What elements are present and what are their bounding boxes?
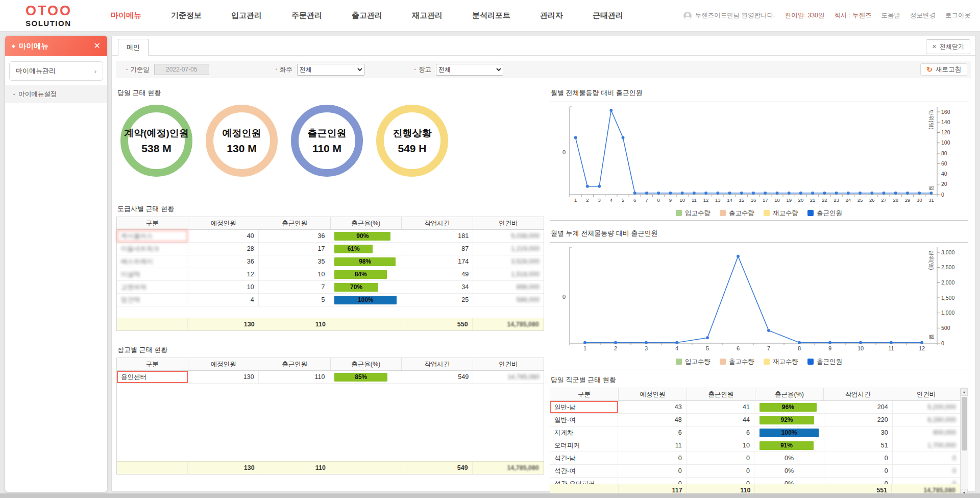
legend-item-3[interactable]: 출근인원 <box>807 209 842 218</box>
svg-text:12: 12 <box>919 345 925 351</box>
table-row[interactable]: 베스트레이363598%1743,528,000 <box>117 255 544 268</box>
svg-text:3: 3 <box>645 345 648 351</box>
vertical-scrollbar[interactable]: ▲▼ <box>960 388 968 496</box>
svg-text:4: 4 <box>610 197 612 203</box>
svg-text:9: 9 <box>669 197 672 203</box>
scroll-up-arrow[interactable]: ▲ <box>961 388 968 396</box>
cost-cell: 1,518,000 <box>473 268 544 280</box>
cost-cell: 5,200,000 <box>893 401 960 413</box>
svg-text:20: 20 <box>941 181 947 187</box>
legend-item-1[interactable]: 출고수량 <box>720 209 754 218</box>
table-row[interactable]: 일반-남434196%2045,200,000 <box>550 401 960 414</box>
attendance-rate-bar: 96% <box>760 403 817 412</box>
cost-cell: 0 <box>893 465 960 477</box>
refresh-icon: ↻ <box>926 66 933 73</box>
help-link[interactable]: 도움말 <box>881 11 901 20</box>
row-name-cell: 석간-오더피커 <box>550 478 618 484</box>
cost-cell: 5,038,000 <box>473 230 544 242</box>
svg-text:20: 20 <box>798 197 804 203</box>
sidebar-close-icon[interactable]: ✕ <box>94 42 101 50</box>
table-footer-row: 13011054914,785,080 <box>117 461 544 474</box>
shipper-select[interactable]: 전체 <box>297 64 364 76</box>
nav-item-0[interactable]: 마이메뉴 <box>111 11 141 20</box>
svg-text:0: 0 <box>562 149 566 155</box>
table-header-row: 구분예정인원출근인원출근율(%)작업시간인건비 <box>117 358 544 371</box>
app-logo[interactable]: OTOO SOLUTION <box>26 4 72 27</box>
svg-text:1: 1 <box>583 345 586 351</box>
kpi-circle-0: 계약(예정)인원538 M <box>120 105 192 177</box>
svg-text:160: 160 <box>941 109 950 115</box>
change-info-link[interactable]: 정보변경 <box>910 11 936 20</box>
nav-item-3[interactable]: 주문관리 <box>291 11 322 20</box>
table-row[interactable]: 일반-여484492%2206,280,000 <box>550 414 960 426</box>
table-row[interactable]: 용인센터13011085%54914,785,080 <box>117 371 544 384</box>
row-name-cell: 케이플러스 <box>117 230 188 242</box>
warehouse-select[interactable]: 전체 <box>436 64 503 76</box>
legend-item-0[interactable]: 입고수량 <box>676 209 710 218</box>
attendance-rate-bar: 90% <box>334 232 390 241</box>
right-column: 월별 전체물동량 대비 출근인원 02040608010012014016012… <box>550 85 968 497</box>
welcome-text: 두핸즈어드민님 환영합니다. <box>695 11 775 20</box>
table-row[interactable]: 케이플러스403690%1815,038,000 <box>117 230 544 243</box>
nav-item-1[interactable]: 기준정보 <box>171 11 202 20</box>
table-row[interactable]: 오더피커111091%511,700,000 <box>550 439 960 452</box>
logo-text-solution: SOLUTION <box>26 19 72 27</box>
legend-item-3[interactable]: 출근인원 <box>807 358 842 366</box>
table-row[interactable]: 석간-오더피커000%00 <box>550 478 960 484</box>
column-header: 예정인원 <box>619 388 687 400</box>
sidebar-item-mymenu-manage[interactable]: 마이메뉴관리 › <box>9 61 103 81</box>
row-name-cell: 일반-여 <box>550 414 618 426</box>
table-row[interactable]: 미설택121084%491,518,000 <box>117 268 544 281</box>
svg-text:14: 14 <box>727 197 732 203</box>
legend-swatch <box>676 359 682 365</box>
legend-item-2[interactable]: 재고수량 <box>764 358 798 366</box>
table-row[interactable]: 지게차66100%30900,000 <box>550 426 960 439</box>
svg-text:2: 2 <box>614 345 617 351</box>
sidebar-item-mymenu-setting[interactable]: • 마이메뉴설정 <box>5 85 107 103</box>
table-row[interactable]: 석간-남000%00 <box>550 452 960 465</box>
user-bar: 두핸즈어드민님 환영합니다. 잔여일: 330일 회사 : 두핸즈 도움말 정보… <box>683 11 971 20</box>
legend-label: 출근인원 <box>817 209 842 218</box>
company-name: 회사 : 두핸즈 <box>835 11 872 20</box>
nav-item-7[interactable]: 관리자 <box>540 11 563 20</box>
nav-item-2[interactable]: 입고관리 <box>231 11 262 20</box>
table-row[interactable]: 교맨파워10770%34898,000 <box>117 281 544 294</box>
svg-text:9: 9 <box>828 345 831 351</box>
monthly-chart-legend: 입고수량출고수량재고수량출근인원 <box>554 206 964 220</box>
column-header: 인건비 <box>473 358 544 370</box>
nav-item-5[interactable]: 재고관리 <box>412 11 443 20</box>
table-row[interactable]: 망건택45100%25588,000 <box>117 294 544 306</box>
column-header: 작업시간 <box>402 358 473 370</box>
legend-swatch <box>720 210 726 216</box>
monthly-chart-canvas: 0204060801001201401601234567891011121314… <box>554 104 964 206</box>
svg-text:8: 8 <box>798 345 801 351</box>
legend-item-0[interactable]: 입고수량 <box>676 358 710 366</box>
scrollbar-track[interactable] <box>961 396 968 489</box>
tab-main[interactable]: 메인 <box>118 39 149 56</box>
nav-item-4[interactable]: 출고관리 <box>352 11 382 20</box>
scrollable-rows: 일반-남434196%2045,200,000일반-여484492%2206,2… <box>550 401 960 484</box>
refresh-button[interactable]: ↻ 새로고침 <box>920 63 967 76</box>
attendance-rate-bar: 100% <box>760 429 819 437</box>
svg-text:13: 13 <box>715 197 721 203</box>
svg-text:1,000: 1,000 <box>941 310 954 316</box>
legend-item-2[interactable]: 재고수량 <box>764 209 798 218</box>
svg-text:0: 0 <box>941 192 944 198</box>
table-row[interactable]: 미들네트워크281761%871,219,000 <box>117 243 544 255</box>
jobgroup-table: 구분예정인원출근인원출근율(%)작업시간인건비일반-남434196%2045,2… <box>550 388 968 497</box>
nav-item-6[interactable]: 분석리포트 <box>472 11 510 20</box>
svg-text:30: 30 <box>917 197 922 203</box>
svg-text:5: 5 <box>706 345 709 351</box>
table-row[interactable]: 석간-여000%00 <box>550 465 960 478</box>
scrollbar-thumb[interactable] <box>962 397 967 450</box>
svg-text:23: 23 <box>834 197 839 203</box>
nav-item-8[interactable]: 근태관리 <box>593 11 623 20</box>
cost-cell: 0 <box>893 452 960 464</box>
bullet-icon: • <box>13 92 15 97</box>
base-date-input[interactable] <box>154 64 209 75</box>
legend-item-1[interactable]: 출고수량 <box>720 358 754 366</box>
left-column: 당일 근태 현황 계약(예정)인원538 M예정인원130 M출근인원110 M… <box>116 85 544 475</box>
logout-link[interactable]: 로그아웃 <box>945 11 971 20</box>
close-all-tabs-button[interactable]: ✕ 전체닫기 <box>926 39 970 54</box>
column-header: 인건비 <box>892 388 960 400</box>
